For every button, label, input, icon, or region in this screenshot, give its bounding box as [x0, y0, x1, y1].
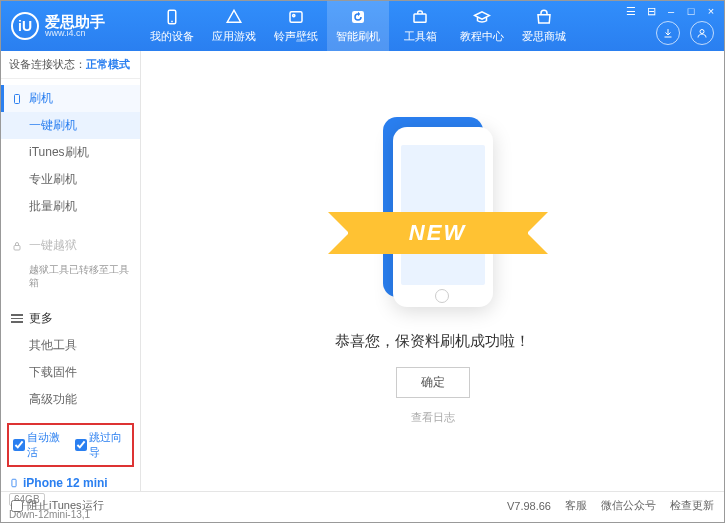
maximize-button[interactable]: □	[684, 5, 698, 18]
auto-activate-checkbox[interactable]: 自动激活	[13, 430, 67, 460]
download-button[interactable]	[656, 21, 680, 45]
new-ribbon: NEW	[348, 212, 528, 254]
sidebar-pro-flash[interactable]: 专业刷机	[1, 166, 140, 193]
wechat-link[interactable]: 微信公众号	[601, 498, 656, 513]
customer-service-link[interactable]: 客服	[565, 498, 587, 513]
main-nav: 我的设备 应用游戏 铃声壁纸 智能刷机 工具箱 教程中心 爱思商城	[141, 1, 575, 51]
nav-tutorials[interactable]: 教程中心	[451, 1, 513, 51]
sidebar-download-firmware[interactable]: 下载固件	[1, 359, 140, 386]
sidebar-more-header[interactable]: 更多	[1, 305, 140, 332]
sidebar: 设备连接状态：正常模式 刷机 一键刷机 iTunes刷机 专业刷机 批量刷机 一…	[1, 51, 141, 491]
sidebar-jailbreak-header[interactable]: 一键越狱	[1, 232, 140, 259]
app-name: 爱思助手	[45, 14, 105, 29]
logo-area: iU 爱思助手 www.i4.cn	[1, 12, 141, 40]
download-icon	[662, 27, 674, 39]
sidebar-flash-header[interactable]: 刷机	[1, 85, 140, 112]
sidebar-advanced[interactable]: 高级功能	[1, 386, 140, 413]
block-itunes-checkbox[interactable]: 阻止iTunes运行	[11, 498, 104, 513]
svg-rect-5	[414, 14, 426, 22]
app-logo-icon: iU	[11, 12, 39, 40]
device-name: iPhone 12 mini	[9, 476, 132, 490]
sidebar-other-tools[interactable]: 其他工具	[1, 332, 140, 359]
nav-apps[interactable]: 应用游戏	[203, 1, 265, 51]
phone-icon	[163, 8, 181, 26]
svg-point-3	[293, 14, 295, 16]
apps-icon	[225, 8, 243, 26]
device-panel[interactable]: iPhone 12 mini 64GB Down-12mini-13,1	[1, 471, 140, 523]
version-label: V7.98.66	[507, 500, 551, 512]
menu-icon	[11, 314, 23, 323]
confirm-button[interactable]: 确定	[396, 367, 470, 398]
options-box: 自动激活 跳过向导	[7, 423, 134, 467]
app-header: iU 爱思助手 www.i4.cn 我的设备 应用游戏 铃声壁纸 智能刷机 工具…	[1, 1, 724, 51]
menu-button[interactable]: ☰	[624, 5, 638, 18]
sidebar-one-click-flash[interactable]: 一键刷机	[1, 112, 140, 139]
user-button[interactable]	[690, 21, 714, 45]
phone-icon	[9, 476, 19, 490]
sidebar-itunes-flash[interactable]: iTunes刷机	[1, 139, 140, 166]
svg-rect-2	[290, 12, 302, 23]
skip-wizard-checkbox[interactable]: 跳过向导	[75, 430, 129, 460]
phone-icon	[11, 93, 23, 105]
nav-store[interactable]: 爱思商城	[513, 1, 575, 51]
main-content: NEW 恭喜您，保资料刷机成功啦！ 确定 查看日志	[141, 51, 724, 491]
nav-my-device[interactable]: 我的设备	[141, 1, 203, 51]
user-icon	[696, 27, 708, 39]
wallpaper-icon	[287, 8, 305, 26]
toolbox-icon	[411, 8, 429, 26]
app-url: www.i4.cn	[45, 29, 105, 38]
refresh-icon	[349, 8, 367, 26]
nav-ringtones[interactable]: 铃声壁纸	[265, 1, 327, 51]
nav-flash[interactable]: 智能刷机	[327, 1, 389, 51]
header-actions	[656, 21, 714, 45]
sidebar-batch-flash[interactable]: 批量刷机	[1, 193, 140, 220]
graduation-icon	[473, 8, 491, 26]
phone-illustration: NEW	[363, 117, 503, 317]
svg-point-6	[700, 30, 704, 34]
lock-icon	[11, 240, 23, 252]
store-icon	[535, 8, 553, 26]
window-controls: ☰ ⊟ – □ ×	[624, 5, 718, 18]
nav-toolbox[interactable]: 工具箱	[389, 1, 451, 51]
jailbreak-note: 越狱工具已转移至工具箱	[1, 259, 140, 293]
svg-rect-9	[12, 479, 16, 487]
close-button[interactable]: ×	[704, 5, 718, 18]
svg-rect-8	[14, 245, 20, 250]
lock-button[interactable]: ⊟	[644, 5, 658, 18]
check-update-link[interactable]: 检查更新	[670, 498, 714, 513]
connection-status: 设备连接状态：正常模式	[1, 51, 140, 79]
minimize-button[interactable]: –	[664, 5, 678, 18]
success-message: 恭喜您，保资料刷机成功啦！	[335, 332, 530, 351]
view-log-link[interactable]: 查看日志	[411, 410, 455, 425]
svg-rect-7	[15, 94, 20, 103]
